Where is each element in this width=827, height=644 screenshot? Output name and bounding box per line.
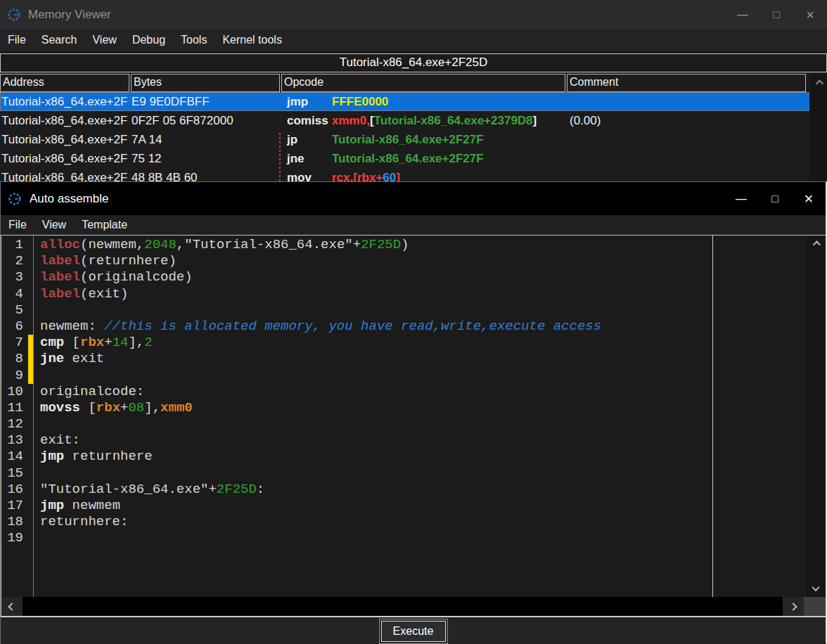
- menu-view[interactable]: View: [34, 217, 74, 233]
- column-header-opcode[interactable]: Opcode: [281, 74, 565, 92]
- line-number: 16: [1, 482, 33, 498]
- comment-cell: (0.00): [567, 114, 807, 128]
- modified-line-marker: [28, 368, 33, 384]
- mnemonic: jmp: [287, 95, 332, 109]
- code-line[interactable]: jne exit: [40, 351, 826, 367]
- modified-line-marker: [28, 335, 33, 351]
- scroll-down-icon[interactable]: [806, 579, 826, 597]
- scroll-right-icon[interactable]: [783, 597, 804, 616]
- code-line[interactable]: cmp [rbx+14],2: [40, 335, 826, 351]
- cheat-engine-icon: [6, 7, 22, 22]
- line-number: 18: [1, 514, 33, 530]
- scrollbar-corner: [804, 597, 826, 616]
- bytes-cell: 0F2F 05 6F872000: [131, 114, 281, 128]
- address-cell: Tutorial-x86_64.exe+2F: [0, 133, 131, 147]
- gutter: 12345678910111213141516171819: [1, 236, 34, 597]
- bytes-cell: 7A 14: [131, 133, 281, 147]
- window-controls: — □ ×: [726, 0, 827, 30]
- maximize-button[interactable]: □: [759, 0, 793, 30]
- opcode-cell: jneTutorial-x86_64.exe+2F27F: [281, 152, 567, 166]
- code-line[interactable]: jmp newmem: [40, 498, 826, 514]
- minimize-button[interactable]: —: [726, 0, 759, 30]
- menu-file[interactable]: File: [0, 32, 34, 49]
- right-margin-line: [712, 236, 713, 597]
- operand: FFFE0000: [332, 95, 388, 109]
- address-cell: Tutorial-x86_64.exe+2F: [0, 152, 131, 166]
- scroll-up-icon[interactable]: [809, 75, 827, 92]
- code-line[interactable]: [40, 530, 826, 546]
- line-number: 9: [1, 368, 33, 384]
- menu-debug[interactable]: Debug: [124, 32, 173, 49]
- scroll-left-icon[interactable]: [1, 597, 23, 616]
- window-controls: — □ ×: [724, 182, 826, 215]
- code-area[interactable]: alloc(newmem,2048,"Tutorial-x86_64.exe"+…: [34, 236, 826, 597]
- menu-template[interactable]: Template: [74, 217, 135, 233]
- mnemonic: jp: [287, 133, 332, 147]
- disasm-scrollbar[interactable]: [809, 75, 827, 187]
- line-number: 17: [1, 498, 33, 514]
- address-cell: Tutorial-x86_64.exe+2F: [0, 114, 131, 128]
- column-header-bytes[interactable]: Bytes: [131, 74, 280, 92]
- memory-viewer-titlebar[interactable]: Memory Viewer — □ ×: [0, 0, 827, 30]
- bottom-panel: Execute: [1, 617, 826, 644]
- code-line[interactable]: newmem: //this is allocated memory, you …: [40, 318, 826, 335]
- code-line[interactable]: [40, 368, 826, 384]
- disasm-row[interactable]: Tutorial-x86_64.exe+2F75 12jneTutorial-x…: [0, 149, 827, 168]
- disasm-row[interactable]: Tutorial-x86_64.exe+2F7A 14jpTutorial-x8…: [0, 130, 827, 149]
- auto-assemble-window: Auto assemble — □ × FileViewTemplate 123…: [0, 181, 827, 644]
- current-address-label: Tutorial-x86_64.exe+2F25D: [340, 56, 488, 69]
- execute-button[interactable]: Execute: [381, 621, 446, 642]
- line-number: 10: [1, 384, 33, 400]
- disasm-row[interactable]: Tutorial-x86_64.exe+2F0F2F 05 6F872000co…: [0, 111, 827, 130]
- disasm-rows: Tutorial-x86_64.exe+2FE9 9E0DFBFFjmpFFFE…: [0, 92, 827, 187]
- operand: Tutorial-x86_64.exe+2379D8: [374, 114, 533, 128]
- menu-kernel-tools[interactable]: Kernel tools: [214, 32, 290, 49]
- menu-file[interactable]: File: [1, 217, 34, 233]
- line-number: 1: [1, 237, 33, 253]
- scroll-up-icon[interactable]: [806, 236, 826, 253]
- modified-line-marker: [28, 351, 33, 367]
- code-line[interactable]: [40, 302, 826, 318]
- address-cell: Tutorial-x86_64.exe+2F: [0, 95, 131, 109]
- auto-assemble-titlebar[interactable]: Auto assemble — □ ×: [1, 182, 826, 215]
- disasm-header-row: AddressBytesOpcodeComment: [0, 74, 827, 92]
- menu-tools[interactable]: Tools: [173, 32, 214, 49]
- screen: Memory Viewer — □ × FileSearchViewDebugT…: [0, 0, 827, 644]
- code-line[interactable]: exit:: [40, 432, 826, 449]
- menu-view[interactable]: View: [84, 32, 124, 49]
- column-header-address[interactable]: Address: [0, 74, 129, 92]
- code-line[interactable]: [40, 465, 826, 482]
- close-button[interactable]: ×: [792, 182, 826, 215]
- horizontal-scroll-track[interactable]: [23, 597, 783, 616]
- operand: Tutorial-x86_64.exe+2F27F: [332, 133, 484, 147]
- code-line[interactable]: "Tutorial-x86_64.exe"+2F25D:: [40, 482, 826, 498]
- close-button[interactable]: ×: [793, 0, 827, 30]
- minimize-button[interactable]: —: [724, 182, 758, 215]
- code-line[interactable]: movss [rbx+08],xmm0: [40, 400, 826, 416]
- opcode-cell: jmpFFFE0000: [281, 95, 567, 109]
- disasm-row[interactable]: Tutorial-x86_64.exe+2FE9 9E0DFBFFjmpFFFE…: [0, 92, 827, 111]
- code-line[interactable]: [40, 416, 826, 432]
- memory-viewer-menubar: FileSearchViewDebugToolsKernel tools: [0, 30, 827, 51]
- code-line[interactable]: label(exit): [40, 286, 826, 302]
- column-header-comment[interactable]: Comment: [567, 74, 806, 92]
- address-header-strip: Tutorial-x86_64.exe+2F25D: [0, 53, 827, 72]
- code-line[interactable]: label(originalcode): [40, 269, 826, 285]
- line-number: 7: [1, 335, 33, 351]
- code-line[interactable]: label(returnhere): [40, 253, 826, 269]
- line-number: 19: [1, 530, 33, 546]
- script-editor[interactable]: 12345678910111213141516171819 alloc(newm…: [1, 236, 826, 597]
- opcode-cell: jpTutorial-x86_64.exe+2F27F: [281, 133, 567, 147]
- window-title: Auto assemble: [30, 192, 108, 206]
- menu-search[interactable]: Search: [34, 32, 85, 49]
- code-line[interactable]: alloc(newmem,2048,"Tutorial-x86_64.exe"+…: [40, 237, 826, 253]
- editor-horizontal-scrollbar[interactable]: [1, 597, 826, 616]
- code-line[interactable]: returnhere:: [40, 514, 826, 530]
- code-line[interactable]: jmp returnhere: [40, 449, 826, 465]
- editor-vertical-scrollbar[interactable]: [806, 236, 826, 597]
- maximize-button[interactable]: □: [758, 182, 792, 215]
- line-number: 11: [1, 400, 33, 416]
- line-number: 14: [1, 449, 33, 465]
- code-line[interactable]: originalcode:: [40, 384, 826, 400]
- bytes-cell: 75 12: [131, 152, 281, 166]
